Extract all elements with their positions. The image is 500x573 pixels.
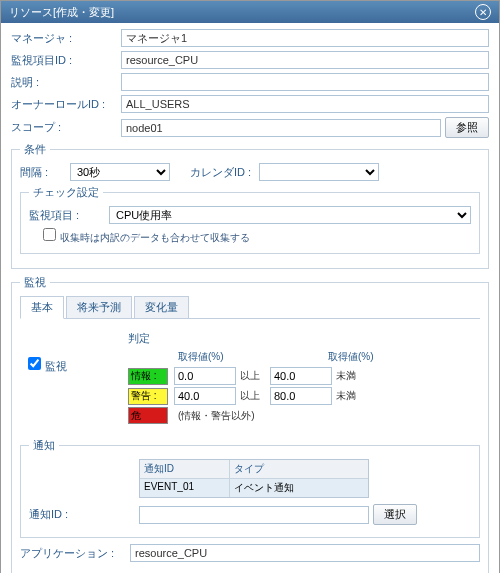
crit-badge: 危 [128, 407, 168, 424]
tab-basic[interactable]: 基本 [20, 296, 64, 319]
app-input[interactable] [130, 544, 480, 562]
check-legend: チェック設定 [29, 185, 103, 200]
monitor-id-input[interactable] [121, 51, 489, 69]
condition-fieldset: 条件 間隔 : 30秒 カレンダID : チェック設定 監視項目 : CPU使用… [11, 142, 489, 269]
breakdown-checkbox[interactable] [43, 228, 56, 241]
judge-title: 判定 [128, 331, 472, 346]
app-label: アプリケーション : [20, 546, 130, 561]
judge-row-info: 情報 : 以上 未満 [128, 367, 472, 385]
description-input[interactable] [121, 73, 489, 91]
monitor-item-select[interactable]: CPU使用率 [109, 206, 471, 224]
notify-id-input[interactable] [139, 506, 369, 524]
tab-change[interactable]: 変化量 [134, 296, 189, 318]
dialog-title: リソース[作成・変更] [9, 5, 114, 20]
description-label: 説明 : [11, 75, 121, 90]
breakdown-note: 収集時は内訳のデータも合わせて収集する [60, 232, 250, 243]
monitor-id-label: 監視項目ID : [11, 53, 121, 68]
notify-fieldset: 通知 通知IDタイプ EVENT_01イベント通知 通知ID : 選択 [20, 438, 480, 538]
calendar-label: カレンダID : [190, 165, 251, 180]
owner-role-input[interactable] [121, 95, 489, 113]
titlebar: リソース[作成・変更] ✕ [1, 1, 499, 23]
condition-legend: 条件 [20, 142, 50, 157]
table-row[interactable]: EVENT_01イベント通知 [140, 479, 368, 497]
scope-label: スコープ : [11, 120, 121, 135]
warn-badge: 警告 : [128, 388, 168, 405]
scope-input[interactable] [121, 119, 441, 137]
scope-ref-button[interactable]: 参照 [445, 117, 489, 138]
monitor-legend: 監視 [20, 275, 50, 290]
warn-high-input[interactable] [270, 387, 332, 405]
manager-label: マネージャ : [11, 31, 121, 46]
notify-table: 通知IDタイプ EVENT_01イベント通知 [139, 459, 369, 498]
tab-future[interactable]: 将来予測 [66, 296, 132, 318]
info-badge: 情報 : [128, 368, 168, 385]
calendar-select[interactable] [259, 163, 379, 181]
monitor-checkbox[interactable] [28, 357, 41, 370]
notify-th-type: タイプ [230, 460, 368, 478]
judge-row-crit: 危 (情報・警告以外) [128, 407, 472, 424]
notify-legend: 通知 [29, 438, 59, 453]
info-high-input[interactable] [270, 367, 332, 385]
close-icon[interactable]: ✕ [475, 4, 491, 20]
info-low-input[interactable] [174, 367, 236, 385]
monitor-checkbox-label: 監視 [45, 360, 67, 372]
judge-col1: 取得値(%) [178, 350, 278, 364]
judge-col2: 取得値(%) [328, 350, 428, 364]
owner-role-label: オーナーロールID : [11, 97, 121, 112]
crit-note: (情報・警告以外) [178, 409, 255, 423]
tabs: 基本 将来予測 変化量 [20, 296, 480, 319]
warn-low-input[interactable] [174, 387, 236, 405]
notify-th-id: 通知ID [140, 460, 230, 478]
judge-row-warn: 警告 : 以上 未満 [128, 387, 472, 405]
monitor-item-label: 監視項目 : [29, 208, 109, 223]
notify-select-button[interactable]: 選択 [373, 504, 417, 525]
manager-input[interactable] [121, 29, 489, 47]
check-fieldset: チェック設定 監視項目 : CPU使用率 収集時は内訳のデータも合わせて収集する [20, 185, 480, 254]
interval-select[interactable]: 30秒 [70, 163, 170, 181]
notify-id-label: 通知ID : [29, 507, 139, 522]
interval-label: 間隔 : [20, 165, 70, 180]
monitor-fieldset: 監視 基本 将来予測 変化量 監視 判定 取得値(%)取得値(%) 情報 : 以… [11, 275, 489, 573]
